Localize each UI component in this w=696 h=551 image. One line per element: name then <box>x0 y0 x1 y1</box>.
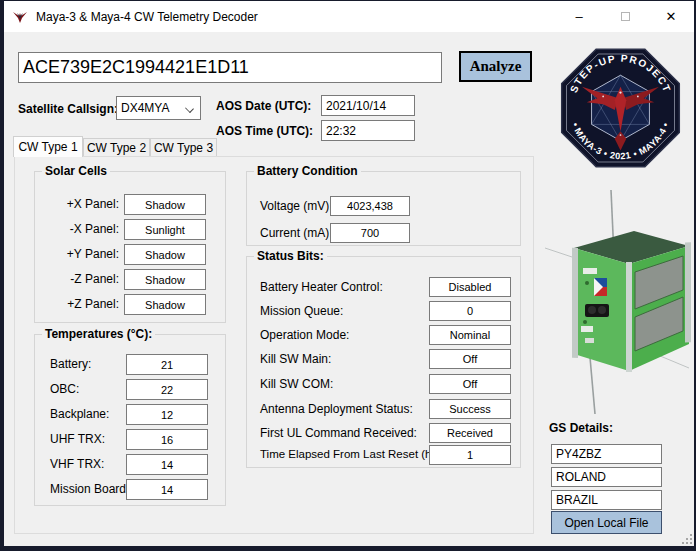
battery-row-label: Current (mA): <box>260 226 333 240</box>
status-row-label: Kill SW Main: <box>260 352 331 366</box>
solar-row-value[interactable]: Shadow <box>124 244 206 265</box>
status-row-label: Operation Mode: <box>260 328 349 342</box>
app-phoenix-icon <box>12 10 28 24</box>
status-row-value[interactable]: Off <box>429 374 511 394</box>
temp-row-label: VHF TRX: <box>50 457 104 471</box>
analyze-button[interactable]: Analyze <box>459 51 532 82</box>
status-row-label: Time Elapsed From Last Reset (hr): <box>260 448 442 460</box>
callsign-value: DX4MYA <box>121 101 169 115</box>
temp-row-value[interactable]: 21 <box>126 354 208 375</box>
battery-condition-group: Battery Condition Voltage (mV): 4023,438… <box>246 171 521 246</box>
status-row-value[interactable]: Success <box>429 399 511 419</box>
gs-country-input[interactable]: BRAZIL <box>551 490 662 510</box>
tab-cw-type-3[interactable]: CW Type 3 <box>150 138 217 157</box>
maximize-button[interactable] <box>602 1 648 32</box>
status-row-value[interactable]: Disabled <box>429 277 511 297</box>
solar-row-value[interactable]: Shadow <box>124 269 206 290</box>
close-icon: ✕ <box>666 9 677 24</box>
status-row-value[interactable]: 1 <box>429 445 511 465</box>
solar-row-label: +Y Panel: <box>67 247 119 261</box>
temp-row-label: UHF TRX: <box>50 432 105 446</box>
tab-cw-type-2[interactable]: CW Type 2 <box>83 138 150 157</box>
solar-row-label: -Z Panel: <box>70 272 119 286</box>
status-row-value[interactable]: 0 <box>429 301 511 321</box>
solar-row-label: +Z Panel: <box>67 297 119 311</box>
status-row-label: Mission Queue: <box>260 304 343 318</box>
solar-row-value[interactable]: Shadow <box>124 194 206 215</box>
solar-row-value[interactable]: Shadow <box>124 294 206 315</box>
battery-row-value[interactable]: 700 <box>330 223 410 243</box>
temp-row-label: Battery: <box>50 357 91 371</box>
solar-cells-group: Solar Cells +X Panel: Shadow -X Panel: S… <box>34 171 226 323</box>
temp-row-label: Backplane: <box>50 407 109 421</box>
minimize-icon: – <box>575 9 582 24</box>
status-bits-title: Status Bits: <box>254 249 327 263</box>
battery-row-label: Voltage (mV): <box>260 199 333 213</box>
maximize-icon <box>621 12 630 21</box>
status-row-label: Battery Heater Control: <box>260 280 383 294</box>
temp-row-value[interactable]: 14 <box>126 454 208 475</box>
status-row-label: Kill SW COM: <box>260 377 333 391</box>
temperatures-title: Temperatures (°C): <box>42 327 155 341</box>
status-row-value[interactable]: Off <box>429 349 511 369</box>
gs-details-title: GS Details: <box>549 421 613 435</box>
close-button[interactable]: ✕ <box>648 1 694 32</box>
aos-time-label: AOS Time (UTC): <box>216 124 313 138</box>
status-row-value[interactable]: Received <box>429 423 511 443</box>
app-window: Maya-3 & Maya-4 CW Telemetry Decoder – ✕… <box>0 0 696 551</box>
temp-row-value[interactable]: 14 <box>126 479 208 500</box>
resize-grip[interactable] <box>680 532 692 544</box>
solar-row-label: +X Panel: <box>67 197 119 211</box>
cubesat-image <box>539 186 694 418</box>
aos-time-input[interactable]: 22:32 <box>321 120 415 141</box>
minimize-button[interactable]: – <box>556 1 602 32</box>
window-title: Maya-3 & Maya-4 CW Telemetry Decoder <box>36 10 258 24</box>
solar-cells-title: Solar Cells <box>42 164 110 178</box>
battery-condition-title: Battery Condition <box>254 164 361 178</box>
status-row-label: Antenna Deployment Status: <box>260 402 413 416</box>
gs-callsign-input[interactable]: PY4ZBZ <box>551 444 662 464</box>
status-bits-group: Status Bits: Battery Heater Control: Dis… <box>246 256 521 468</box>
solar-row-label: -X Panel: <box>70 222 119 236</box>
status-row-label: First UL Command Received: <box>260 426 417 440</box>
gs-operator-input[interactable]: ROLAND <box>551 467 662 487</box>
open-local-file-button[interactable]: Open Local File <box>551 511 662 534</box>
temp-row-label: Mission Board: <box>50 482 129 496</box>
callsign-label: Satellite Callsign: <box>18 102 118 116</box>
temp-row-label: OBC: <box>50 382 79 396</box>
telemetry-hex-input[interactable]: ACE739E2C1994421E1D11 <box>18 52 442 83</box>
temp-row-value[interactable]: 12 <box>126 404 208 425</box>
status-row-value[interactable]: Nominal <box>429 325 511 345</box>
temperatures-group: Temperatures (°C): Battery: 21 OBC: 22 B… <box>34 334 226 506</box>
callsign-dropdown[interactable]: DX4MYA <box>116 96 201 120</box>
solar-row-value[interactable]: Sunlight <box>124 219 206 240</box>
battery-row-value[interactable]: 4023,438 <box>330 196 410 216</box>
title-bar: Maya-3 & Maya-4 CW Telemetry Decoder – ✕ <box>4 1 694 32</box>
temp-row-value[interactable]: 16 <box>126 429 208 450</box>
tab-cw-type-1[interactable]: CW Type 1 <box>13 136 83 157</box>
chevron-down-icon <box>185 104 194 113</box>
aos-date-label: AOS Date (UTC): <box>216 99 311 113</box>
temp-row-value[interactable]: 22 <box>126 379 208 400</box>
mission-patch-logo: STEP-UP PROJECT • MAYA-3 • 2021 • MAYA-4… <box>553 38 688 178</box>
aos-date-input[interactable]: 2021/10/14 <box>321 95 415 116</box>
